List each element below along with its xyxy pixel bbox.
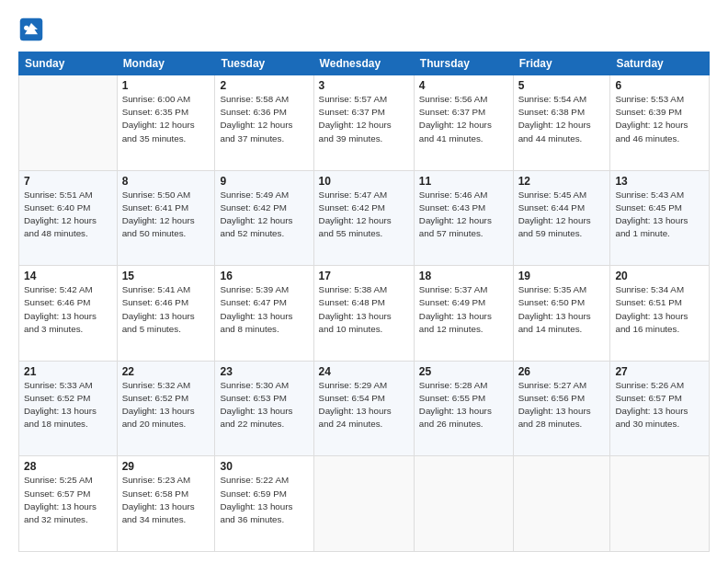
calendar-cell: 1Sunrise: 6:00 AM Sunset: 6:35 PM Daylig… <box>117 75 215 171</box>
weekday-header: Friday <box>513 52 610 75</box>
day-info: Sunrise: 5:41 AM Sunset: 6:46 PM Dayligh… <box>122 283 210 336</box>
day-number: 19 <box>518 270 606 282</box>
day-info: Sunrise: 5:28 AM Sunset: 6:55 PM Dayligh… <box>419 379 508 431</box>
day-info: Sunrise: 5:33 AM Sunset: 6:52 PM Dayligh… <box>24 379 112 431</box>
day-number: 26 <box>518 365 606 378</box>
calendar-cell: 22Sunrise: 5:32 AM Sunset: 6:52 PM Dayli… <box>117 361 215 456</box>
day-number: 1 <box>122 79 210 92</box>
calendar-cell: 10Sunrise: 5:47 AM Sunset: 6:42 PM Dayli… <box>313 170 414 266</box>
calendar-cell: 12Sunrise: 5:45 AM Sunset: 6:44 PM Dayli… <box>513 170 610 266</box>
calendar-week-row: 14Sunrise: 5:42 AM Sunset: 6:46 PM Dayli… <box>19 266 710 362</box>
day-number: 7 <box>24 175 112 188</box>
day-info: Sunrise: 5:22 AM Sunset: 6:59 PM Dayligh… <box>220 474 308 526</box>
day-number: 13 <box>615 175 704 188</box>
day-number: 2 <box>220 79 308 92</box>
day-info: Sunrise: 5:50 AM Sunset: 6:41 PM Dayligh… <box>122 189 210 241</box>
calendar-cell <box>19 75 118 171</box>
day-number: 18 <box>419 270 508 282</box>
calendar-cell: 18Sunrise: 5:37 AM Sunset: 6:49 PM Dayli… <box>414 266 513 362</box>
day-info: Sunrise: 5:47 AM Sunset: 6:42 PM Dayligh… <box>319 189 409 241</box>
day-number: 12 <box>518 175 606 188</box>
calendar-cell: 14Sunrise: 5:42 AM Sunset: 6:46 PM Dayli… <box>19 266 118 362</box>
day-number: 28 <box>24 460 112 473</box>
page-header <box>18 17 710 42</box>
calendar-week-row: 21Sunrise: 5:33 AM Sunset: 6:52 PM Dayli… <box>19 361 710 456</box>
calendar-cell: 25Sunrise: 5:28 AM Sunset: 6:55 PM Dayli… <box>414 361 513 456</box>
day-info: Sunrise: 5:45 AM Sunset: 6:44 PM Dayligh… <box>518 189 606 241</box>
calendar-cell: 4Sunrise: 5:56 AM Sunset: 6:37 PM Daylig… <box>414 75 513 171</box>
calendar-week-row: 28Sunrise: 5:25 AM Sunset: 6:57 PM Dayli… <box>19 456 710 552</box>
day-info: Sunrise: 5:46 AM Sunset: 6:43 PM Dayligh… <box>419 189 508 241</box>
calendar-cell: 17Sunrise: 5:38 AM Sunset: 6:48 PM Dayli… <box>313 266 414 362</box>
day-info: Sunrise: 5:49 AM Sunset: 6:42 PM Dayligh… <box>220 189 308 241</box>
day-number: 30 <box>220 460 308 473</box>
day-info: Sunrise: 5:51 AM Sunset: 6:40 PM Dayligh… <box>24 189 112 241</box>
calendar-cell: 11Sunrise: 5:46 AM Sunset: 6:43 PM Dayli… <box>414 170 513 266</box>
calendar-cell <box>414 456 513 552</box>
day-number: 16 <box>220 270 308 282</box>
logo <box>18 17 48 42</box>
weekday-row: SundayMondayTuesdayWednesdayThursdayFrid… <box>19 52 710 75</box>
calendar-cell: 5Sunrise: 5:54 AM Sunset: 6:38 PM Daylig… <box>513 75 610 171</box>
day-number: 25 <box>419 365 508 378</box>
calendar-cell: 2Sunrise: 5:58 AM Sunset: 6:36 PM Daylig… <box>215 75 313 171</box>
day-info: Sunrise: 6:00 AM Sunset: 6:35 PM Dayligh… <box>122 93 210 145</box>
day-info: Sunrise: 5:35 AM Sunset: 6:50 PM Dayligh… <box>518 283 606 336</box>
day-number: 22 <box>122 365 210 378</box>
day-info: Sunrise: 5:54 AM Sunset: 6:38 PM Dayligh… <box>518 93 606 145</box>
calendar-cell <box>610 456 710 552</box>
day-number: 20 <box>615 270 704 282</box>
day-number: 29 <box>122 460 210 473</box>
calendar-cell: 20Sunrise: 5:34 AM Sunset: 6:51 PM Dayli… <box>610 266 710 362</box>
logo-icon <box>18 17 44 42</box>
day-number: 15 <box>122 270 210 282</box>
day-info: Sunrise: 5:58 AM Sunset: 6:36 PM Dayligh… <box>220 93 308 145</box>
day-number: 24 <box>319 365 409 378</box>
calendar-body: 1Sunrise: 6:00 AM Sunset: 6:35 PM Daylig… <box>19 75 710 552</box>
day-number: 17 <box>319 270 409 282</box>
calendar-cell: 15Sunrise: 5:41 AM Sunset: 6:46 PM Dayli… <box>117 266 215 362</box>
weekday-header: Tuesday <box>215 52 313 75</box>
calendar-cell: 8Sunrise: 5:50 AM Sunset: 6:41 PM Daylig… <box>117 170 215 266</box>
day-number: 3 <box>319 79 409 92</box>
day-number: 5 <box>518 79 606 92</box>
day-info: Sunrise: 5:56 AM Sunset: 6:37 PM Dayligh… <box>419 93 508 145</box>
calendar-week-row: 1Sunrise: 6:00 AM Sunset: 6:35 PM Daylig… <box>19 75 710 171</box>
calendar-cell <box>513 456 610 552</box>
calendar-cell: 24Sunrise: 5:29 AM Sunset: 6:54 PM Dayli… <box>313 361 414 456</box>
day-info: Sunrise: 5:42 AM Sunset: 6:46 PM Dayligh… <box>24 283 112 336</box>
calendar-cell: 7Sunrise: 5:51 AM Sunset: 6:40 PM Daylig… <box>19 170 118 266</box>
day-number: 8 <box>122 175 210 188</box>
day-number: 10 <box>319 175 409 188</box>
calendar-table: SundayMondayTuesdayWednesdayThursdayFrid… <box>18 52 710 552</box>
calendar-header: SundayMondayTuesdayWednesdayThursdayFrid… <box>19 52 710 75</box>
calendar-cell: 9Sunrise: 5:49 AM Sunset: 6:42 PM Daylig… <box>215 170 313 266</box>
calendar-cell: 13Sunrise: 5:43 AM Sunset: 6:45 PM Dayli… <box>610 170 710 266</box>
day-number: 4 <box>419 79 508 92</box>
day-number: 21 <box>24 365 112 378</box>
day-info: Sunrise: 5:34 AM Sunset: 6:51 PM Dayligh… <box>615 283 704 336</box>
day-info: Sunrise: 5:43 AM Sunset: 6:45 PM Dayligh… <box>615 189 704 241</box>
calendar-cell: 21Sunrise: 5:33 AM Sunset: 6:52 PM Dayli… <box>19 361 118 456</box>
day-info: Sunrise: 5:38 AM Sunset: 6:48 PM Dayligh… <box>319 283 409 336</box>
weekday-header: Thursday <box>414 52 513 75</box>
calendar-page: SundayMondayTuesdayWednesdayThursdayFrid… <box>0 0 728 563</box>
calendar-cell: 27Sunrise: 5:26 AM Sunset: 6:57 PM Dayli… <box>610 361 710 456</box>
calendar-cell: 30Sunrise: 5:22 AM Sunset: 6:59 PM Dayli… <box>215 456 313 552</box>
day-info: Sunrise: 5:26 AM Sunset: 6:57 PM Dayligh… <box>615 379 704 431</box>
day-info: Sunrise: 5:53 AM Sunset: 6:39 PM Dayligh… <box>615 93 704 145</box>
day-info: Sunrise: 5:39 AM Sunset: 6:47 PM Dayligh… <box>220 283 308 336</box>
svg-point-2 <box>24 26 28 30</box>
day-info: Sunrise: 5:57 AM Sunset: 6:37 PM Dayligh… <box>319 93 409 145</box>
weekday-header: Saturday <box>610 52 710 75</box>
day-number: 14 <box>24 270 112 282</box>
calendar-cell: 26Sunrise: 5:27 AM Sunset: 6:56 PM Dayli… <box>513 361 610 456</box>
day-number: 23 <box>220 365 308 378</box>
calendar-cell: 29Sunrise: 5:23 AM Sunset: 6:58 PM Dayli… <box>117 456 215 552</box>
day-number: 27 <box>615 365 704 378</box>
day-info: Sunrise: 5:37 AM Sunset: 6:49 PM Dayligh… <box>419 283 508 336</box>
calendar-cell: 23Sunrise: 5:30 AM Sunset: 6:53 PM Dayli… <box>215 361 313 456</box>
day-number: 11 <box>419 175 508 188</box>
weekday-header: Monday <box>117 52 215 75</box>
weekday-header: Sunday <box>19 52 118 75</box>
